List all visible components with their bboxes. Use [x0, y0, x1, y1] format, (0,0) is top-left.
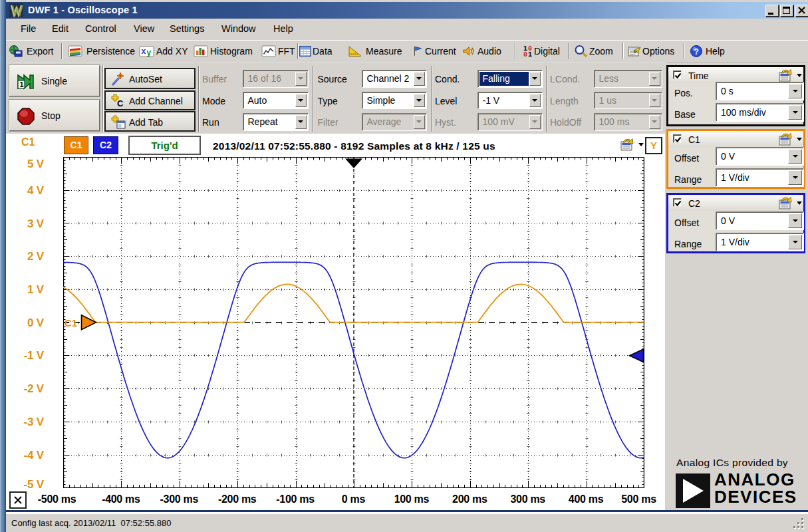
svg-text:1: 1 — [20, 80, 24, 88]
svg-text:C1: C1 — [65, 317, 77, 329]
svg-text:y: y — [147, 48, 152, 57]
svg-text:1: 1 — [528, 51, 532, 58]
svg-text:x: x — [142, 47, 146, 56]
svg-text:0: 0 — [523, 51, 527, 58]
svg-text:?: ? — [694, 47, 699, 57]
svg-text:C: C — [117, 98, 124, 108]
